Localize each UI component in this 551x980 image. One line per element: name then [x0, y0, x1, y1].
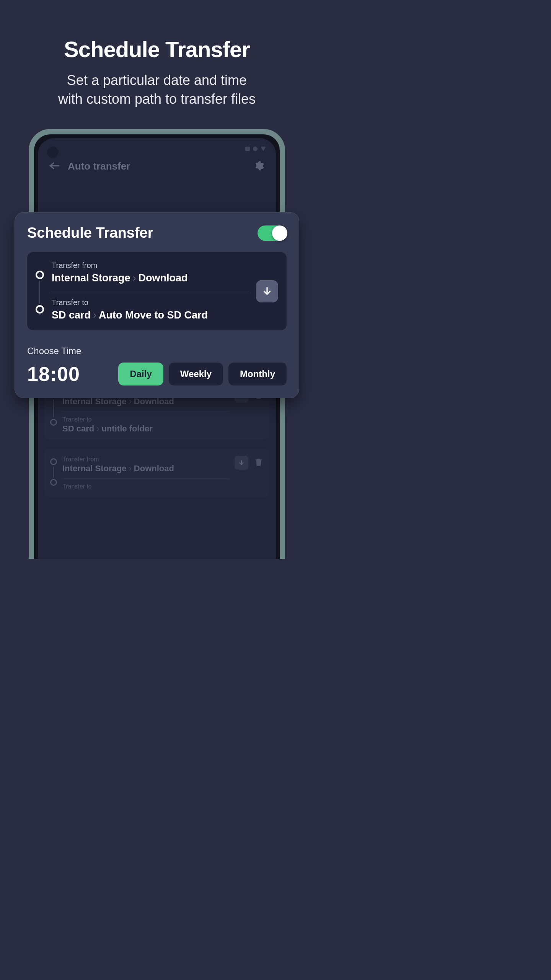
frequency-daily-button[interactable]: Daily	[118, 363, 163, 385]
to-label: Transfer to	[62, 416, 229, 423]
frequency-monthly-button[interactable]: Monthly	[228, 363, 287, 385]
from-label: Transfer from	[52, 261, 248, 270]
list-item[interactable]: Transfer from Internal Storage›Download …	[44, 449, 270, 497]
to-label: Transfer to	[62, 483, 229, 490]
step-line	[53, 400, 54, 417]
choose-time-section: Choose Time 18:00 Daily Weekly Monthly	[27, 346, 287, 385]
back-arrow-icon[interactable]	[49, 162, 60, 171]
status-triangle-icon	[261, 147, 266, 151]
screen-title: Auto transfer	[68, 160, 247, 172]
to-label: Transfer to	[52, 298, 248, 307]
step-dot-icon	[50, 419, 57, 426]
schedule-transfer-card: Schedule Transfer Transfer from Internal…	[15, 212, 299, 398]
status-circle-icon	[253, 147, 258, 151]
phone-camera-hole	[47, 147, 59, 158]
modal-title: Schedule Transfer	[27, 225, 153, 241]
choose-time-label: Choose Time	[27, 346, 287, 356]
hero-subtitle: Set a particular date and time with cust…	[0, 71, 314, 108]
from-path[interactable]: Internal Storage›Download	[52, 272, 248, 284]
status-square-icon	[245, 147, 250, 151]
hero: Schedule Transfer Set a particular date …	[0, 0, 314, 108]
from-path: Internal Storage›Download	[62, 464, 229, 474]
step-line	[53, 467, 54, 477]
step-dot-icon	[36, 271, 44, 279]
transfer-path-card: Transfer from Internal Storage›Download …	[27, 252, 287, 330]
trash-icon[interactable]	[254, 457, 264, 469]
down-arrow-icon[interactable]	[235, 456, 248, 470]
time-value[interactable]: 18:00	[27, 363, 80, 385]
to-path: SD card›untitle folder	[62, 424, 229, 434]
swap-arrow-button[interactable]	[256, 280, 278, 302]
screen-header: Auto transfer	[44, 157, 270, 176]
down-arrow-icon	[262, 286, 272, 296]
toggle-knob	[272, 225, 287, 241]
schedule-toggle[interactable]	[258, 225, 287, 241]
step-dot-icon	[50, 458, 57, 465]
divider	[52, 291, 248, 291]
from-label: Transfer from	[62, 456, 229, 463]
step-line	[39, 281, 40, 304]
step-dot-icon	[36, 305, 44, 314]
hero-title: Schedule Transfer	[0, 36, 314, 62]
frequency-weekly-button[interactable]: Weekly	[169, 363, 223, 385]
step-dot-icon	[50, 479, 57, 486]
status-bar	[44, 146, 270, 157]
gear-icon[interactable]	[254, 161, 264, 172]
to-path[interactable]: SD card›Auto Move to SD Card	[52, 309, 248, 321]
